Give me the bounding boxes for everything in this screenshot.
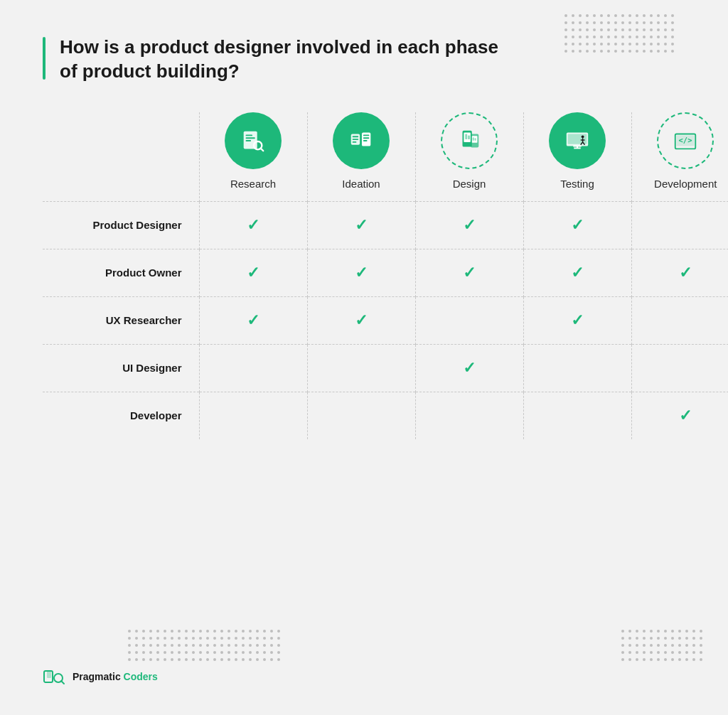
check-cell [631, 344, 728, 392]
check-mark: ✓ [463, 216, 476, 234]
svg-rect-12 [363, 137, 370, 139]
check-cell: ✓ [523, 296, 631, 344]
check-mark: ✓ [355, 216, 368, 234]
check-mark: ✓ [355, 311, 368, 329]
check-cell [631, 296, 728, 344]
svg-line-5 [261, 149, 263, 151]
check-cell: ✓ [631, 392, 728, 439]
phase-design: Design [415, 112, 523, 202]
research-label: Research [200, 178, 307, 190]
dots-top-right [564, 14, 707, 71]
role-label: UI Designer [43, 344, 199, 392]
check-mark: ✓ [571, 311, 584, 329]
svg-rect-36 [47, 671, 51, 678]
ideation-icon [348, 127, 375, 154]
svg-rect-21 [475, 138, 476, 141]
role-label: UX Researcher [43, 296, 199, 344]
phase-research: Research [199, 112, 307, 202]
check-cell [415, 392, 523, 439]
svg-point-27 [582, 135, 584, 138]
role-label: Product Owner [43, 249, 199, 296]
check-mark: ✓ [463, 264, 476, 281]
check-mark: ✓ [355, 264, 368, 281]
check-cell [523, 344, 631, 392]
footer-brand-text: Pragmatic Coders [73, 671, 158, 682]
testing-icon [564, 127, 591, 154]
check-cell [631, 201, 728, 249]
brand-logo [43, 665, 65, 688]
design-icon [456, 127, 483, 154]
svg-rect-17 [468, 135, 470, 139]
research-icon [240, 127, 267, 154]
check-cell [415, 296, 523, 344]
svg-rect-8 [353, 139, 359, 140]
check-mark: ✓ [571, 216, 584, 234]
phase-development: </> Development [631, 112, 728, 202]
check-cell: ✓ [415, 249, 523, 296]
check-mark: ✓ [247, 216, 259, 234]
page: How is a product designer involved in ea… [0, 0, 728, 715]
check-cell [307, 344, 415, 392]
phases-header-row: Research [43, 112, 728, 202]
role-label: Developer [43, 392, 199, 439]
accent-bar [43, 37, 46, 80]
check-cell: ✓ [307, 201, 415, 249]
table-row: Product Designer✓✓✓✓ [43, 201, 728, 249]
svg-rect-16 [465, 134, 467, 139]
check-cell: ✓ [523, 201, 631, 249]
ideation-icon-circle [333, 112, 390, 169]
check-cell: ✓ [307, 296, 415, 344]
check-cell: ✓ [415, 201, 523, 249]
dots-bottom-right [621, 630, 707, 672]
check-mark: ✓ [247, 264, 259, 281]
svg-rect-20 [473, 137, 474, 141]
comparison-table: Research [43, 112, 685, 439]
check-cell: ✓ [631, 249, 728, 296]
research-icon-circle [225, 112, 282, 169]
ideation-label: Ideation [308, 178, 415, 190]
check-cell: ✓ [199, 249, 307, 296]
phase-testing: Testing [523, 112, 631, 202]
svg-rect-3 [246, 140, 252, 141]
svg-rect-7 [353, 136, 359, 137]
svg-rect-23 [568, 134, 587, 144]
check-mark: ✓ [463, 359, 476, 377]
check-mark: ✓ [247, 311, 259, 329]
table-row: Developer✓ [43, 392, 728, 439]
check-mark: ✓ [679, 264, 692, 281]
page-title: How is a product designer involved in ea… [60, 36, 498, 84]
development-label: Development [632, 178, 729, 190]
table-row: Product Owner✓✓✓✓✓ [43, 249, 728, 296]
svg-rect-11 [363, 134, 370, 136]
check-cell [199, 344, 307, 392]
svg-rect-2 [246, 137, 255, 139]
check-mark: ✓ [679, 407, 692, 424]
check-cell: ✓ [523, 249, 631, 296]
design-label: Design [416, 178, 523, 190]
svg-line-38 [61, 681, 64, 684]
check-cell: ✓ [199, 201, 307, 249]
check-cell [523, 392, 631, 439]
design-icon-circle [441, 112, 498, 169]
check-cell: ✓ [199, 296, 307, 344]
svg-rect-1 [246, 134, 253, 136]
table-row: UX Researcher✓✓✓ [43, 296, 728, 344]
development-icon-circle: </> [657, 112, 714, 169]
svg-rect-9 [353, 141, 357, 143]
testing-icon-circle [549, 112, 606, 169]
svg-text:</>: </> [679, 135, 692, 144]
development-icon: </> [672, 127, 699, 154]
check-cell [199, 392, 307, 439]
role-label: Product Designer [43, 201, 199, 249]
check-cell: ✓ [415, 344, 523, 392]
svg-rect-13 [363, 140, 368, 141]
phase-ideation: Ideation [307, 112, 415, 202]
dots-bottom-left [128, 630, 284, 672]
testing-label: Testing [524, 178, 631, 190]
empty-header-cell [43, 112, 199, 202]
svg-rect-0 [244, 131, 257, 149]
check-mark: ✓ [571, 264, 584, 281]
check-cell [307, 392, 415, 439]
table-row: UI Designer✓ [43, 344, 728, 392]
check-cell: ✓ [307, 249, 415, 296]
